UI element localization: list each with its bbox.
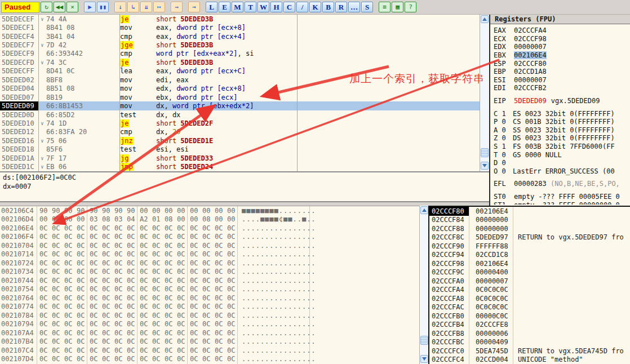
- flag-row[interactable]: Z 0DS 0023 32bit 0(FFFFFFFF): [494, 134, 630, 143]
- stack-row[interactable]: 02CCCF9402CCD1C8: [429, 251, 630, 260]
- disasm-row[interactable]: 5DEDECFF8D41 0Cleaeax, dword ptr [ecx+C]: [0, 67, 480, 76]
- stack-row[interactable]: 02CCCF98002106E4: [429, 259, 630, 268]
- disasm-row[interactable]: 5DEDED10∨74 1Djeshort 5DEDED2F: [0, 119, 480, 127]
- scroll-down-button[interactable]: [481, 162, 489, 170]
- flag-row[interactable]: O 0LastErr ERROR_SUCCESS (00: [494, 167, 630, 176]
- stack-row[interactable]: 02CCCF8400000000: [429, 216, 630, 225]
- call-stack-button[interactable]: K: [309, 2, 321, 12]
- disasm-row[interactable]: 5DEDECFD∨74 3Cjeshort 5DEDED3B: [0, 58, 480, 66]
- stack-row[interactable]: 02CCCFB000000C0C: [429, 312, 630, 321]
- dump-row[interactable]: 002107640C0C0C0C0C0C0C0C0C0C0C0C0C0C0C0C…: [0, 294, 419, 303]
- dump-row[interactable]: 002106E40C0C0C0C0C0C0C0C0C0C0C0C0C0C0C0C…: [0, 224, 419, 233]
- stack-row[interactable]: 02CCCF90FFFFFF88: [429, 242, 630, 251]
- flag-row[interactable]: A 0SS 0023 32bit 0(FFFFFFFF): [494, 126, 630, 135]
- flag-row[interactable]: P 0CS 001B 32bit 0(FFFFFFFF): [494, 118, 630, 126]
- stack-row[interactable]: 02CCCFA000000007: [429, 277, 630, 286]
- disasm-row[interactable]: 5DEDED028BF8movedi, eax: [0, 76, 480, 84]
- stack-row[interactable]: 02CCCF8C5DEDED97RETURN to vgx.5DEDED97 f…: [429, 233, 630, 242]
- dump-row[interactable]: 002107140C0C0C0C0C0C0C0C0C0C0C0C0C0C0C0C…: [0, 250, 419, 259]
- until-return-button[interactable]: ⇒: [171, 2, 183, 12]
- scroll-down-button[interactable]: [420, 355, 428, 363]
- disasm-row[interactable]: 5DEDED048B51 08movedx, dword ptr [ecx+8]: [0, 85, 480, 93]
- disasm-row[interactable]: 5DEDED0966:8B1453movdx, word ptr [ebx+ed…: [0, 101, 480, 110]
- register-row[interactable]: ESI00000007: [494, 76, 630, 85]
- disasm-row[interactable]: 5DEDECF7∨7D 42jgeshort 5DEDED3B: [0, 41, 480, 49]
- register-row[interactable]: EDX00000007: [494, 43, 630, 51]
- dump-row[interactable]: 002107940C0C0C0C0C0C0C0C0C0C0C0C0C0C0C0C…: [0, 320, 419, 329]
- executables-button[interactable]: E: [219, 2, 230, 12]
- stack-row[interactable]: 02CCCF9C00000400: [429, 268, 630, 277]
- trace-over-button[interactable]: ↦: [153, 2, 165, 12]
- step-into-button[interactable]: ↓: [114, 2, 126, 12]
- stack-row[interactable]: 02CCCFC402CCD004UNICODE "method": [429, 356, 630, 364]
- register-row[interactable]: EBP02CCD1A8: [494, 68, 630, 76]
- dump-row[interactable]: 002106D40000000003080304A201080000080000…: [0, 215, 419, 224]
- register-row[interactable]: ESP02CCCF80: [494, 59, 630, 68]
- disasm-row[interactable]: 5DEDED078B19movebx, dword ptr [ecx]: [0, 93, 480, 101]
- breakpoints-button[interactable]: B: [322, 2, 334, 12]
- flag-row[interactable]: T 0GS 0000 NULL: [494, 150, 630, 159]
- fpu-register-row[interactable]: ST1empty -??? FFFF 00000000 0: [494, 201, 630, 205]
- fpu-register-row[interactable]: ST0empty -??? FFFF 00005FEE 0: [494, 193, 630, 201]
- dump-row[interactable]: 002107340C0C0C0C0C0C0C0C0C0C0C0C0C0C0C0C…: [0, 268, 419, 277]
- pause-button[interactable]: ▮▮: [97, 2, 109, 12]
- cpu-button[interactable]: C: [283, 2, 295, 12]
- register-row[interactable]: EBX002106E4: [494, 51, 630, 60]
- stack-row[interactable]: 02CCCFA80C0C0C0C: [429, 294, 630, 303]
- scroll-up-button[interactable]: [420, 206, 428, 214]
- disasm-row[interactable]: 5DEDED1C∨EB 06jmpshort 5DEDED24: [0, 162, 480, 171]
- dump-row[interactable]: 002107540C0C0C0C0C0C0C0C0C0C0C0C0C0C0C0C…: [0, 285, 419, 294]
- dump-row[interactable]: 002106C490909090909090900000000000000000…: [0, 206, 419, 215]
- restart-button[interactable]: ↻: [41, 2, 52, 12]
- scroll-up-button[interactable]: [481, 15, 489, 23]
- stack-row[interactable]: 02CCCF80002106E4: [429, 207, 630, 216]
- memory-map-button[interactable]: M: [232, 2, 243, 12]
- go-to-button[interactable]: →: [188, 2, 200, 12]
- source-button[interactable]: S: [361, 2, 373, 12]
- dump-row[interactable]: 002107B40C0C0C0C0C0C0C0C0C0C0C0C0C0C0C0C…: [0, 338, 419, 347]
- stack-row[interactable]: 02CCCFAC0C0C0C0C: [429, 303, 630, 312]
- register-row[interactable]: EAX02CCCFA4: [494, 26, 630, 35]
- flag-row[interactable]: C 1ES 0023 32bit 0(FFFFFFFF): [494, 109, 630, 118]
- dump-row[interactable]: 002107740C0C0C0C0C0C0C0C0C0C0C0C0C0C0C0C…: [0, 303, 419, 312]
- dump-row[interactable]: 002107040C0C0C0C0C0C0C0C0C0C0C0C0C0C0C0C…: [0, 241, 419, 250]
- flag-row[interactable]: S 1FS 003B 32bit 7FFD6000(FF: [494, 143, 630, 151]
- log-options-button[interactable]: ≡: [379, 2, 391, 12]
- register-row[interactable]: ECX02CCCF98: [494, 35, 630, 43]
- handles-button[interactable]: H: [270, 2, 282, 12]
- eflags-row[interactable]: EFL00000283 (NO,B,NE,BE,S,PO,: [494, 180, 630, 188]
- run-trace-button[interactable]: …: [348, 2, 360, 12]
- disasm-row[interactable]: 5DEDECF966:393442cmpword ptr [edx+eax*2]…: [0, 50, 480, 58]
- log-button[interactable]: L: [206, 2, 218, 12]
- disasm-row[interactable]: 5DEDED16∨75 06jnzshort 5DEDED1E: [0, 136, 480, 145]
- scrollbar-thumb[interactable]: [420, 336, 428, 345]
- threads-button[interactable]: T: [245, 2, 256, 12]
- stack-row[interactable]: 02CCCFB800000006: [429, 329, 630, 338]
- disasm-row[interactable]: 5DEDECF43B41 04cmpeax, dword ptr [ecx+4]: [0, 32, 480, 41]
- disasm-row[interactable]: 5DEDECF18B41 08moveax, dword ptr [ecx+8]: [0, 23, 480, 32]
- run-button[interactable]: ▶: [84, 2, 96, 12]
- stack-row[interactable]: 02CCCFBC00000409: [429, 338, 630, 347]
- dump-row[interactable]: 002106F40C0C0C0C0C0C0C0C0C0C0C0C0C0C0C0C…: [0, 233, 419, 242]
- windows-button[interactable]: W: [258, 2, 269, 12]
- dump-scrollbar[interactable]: [419, 206, 428, 364]
- disasm-row[interactable]: 5DEDED1885F6testesi, esi: [0, 145, 480, 154]
- references-button[interactable]: R: [335, 2, 347, 12]
- flag-row[interactable]: D 0: [494, 159, 630, 167]
- dump-row[interactable]: 002107440C0C0C0C0C0C0C0C0C0C0C0C0C0C0C0C…: [0, 276, 419, 285]
- stack-row[interactable]: 02CCCFC05DEA745DRETURN to vgx.5DEA745D f…: [429, 347, 630, 356]
- registers-panel-title[interactable]: Registers (FPU): [490, 15, 630, 24]
- help-button[interactable]: ?: [405, 2, 416, 12]
- dump-row[interactable]: 002107840C0C0C0C0C0C0C0C0C0C0C0C0C0C0C0C…: [0, 311, 419, 320]
- close-button[interactable]: ×: [66, 2, 78, 12]
- stack-row[interactable]: 02CCCFB402CCCFE8: [429, 321, 630, 330]
- step-over-button[interactable]: ↳: [127, 2, 139, 12]
- disasm-row[interactable]: 5DEDED0D66:85D2testdx, dx: [0, 110, 480, 119]
- dump-row[interactable]: 002107C40C0C0C0C0C0C0C0C0C0C0C0C0C0C0C0C…: [0, 346, 419, 355]
- stack-row[interactable]: 02CCCFA40C0C0C0C: [429, 286, 630, 295]
- patches-button[interactable]: /: [296, 2, 308, 12]
- trace-into-button[interactable]: ⇊: [140, 2, 152, 12]
- dump-row[interactable]: 002107A40C0C0C0C0C0C0C0C0C0C0C0C0C0C0C0C…: [0, 329, 419, 338]
- register-row-eip[interactable]: EIP5DEDED09vgx.5DEDED09: [494, 97, 630, 105]
- scrollbar-thumb[interactable]: [481, 148, 489, 157]
